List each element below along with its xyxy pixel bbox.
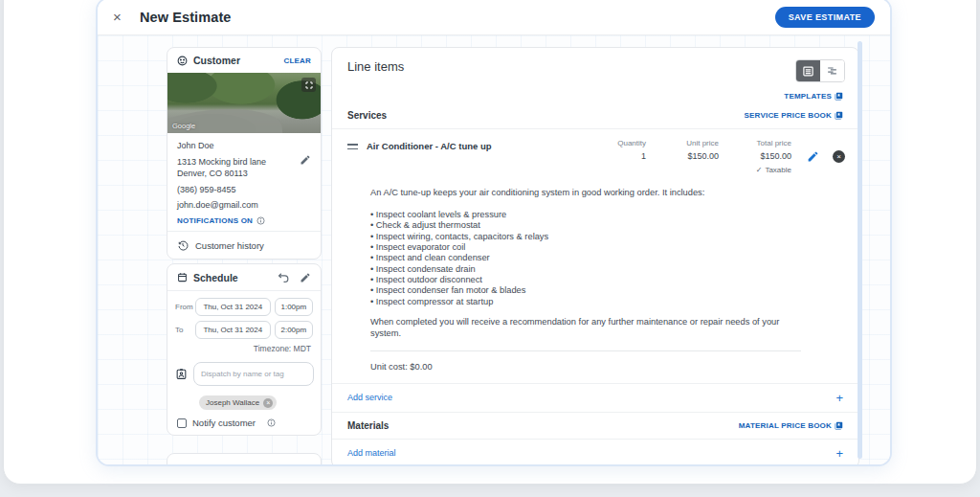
description-bullet: • Inspect wiring, contacts, capacitors &… [370,232,788,242]
detail-view-button[interactable] [820,60,844,81]
drag-handle-icon[interactable] [347,144,358,149]
dispatch-input[interactable] [193,362,314,386]
modal-header: × New Estimate SAVE ESTIMATE [98,0,890,35]
description-bullet: • Inspect condensate drain [370,264,788,275]
add-service-plus-icon[interactable]: + [835,392,843,404]
schedule-body: From Thu, Oct 31 2024 1:00pm To Thu, Oct… [167,291,321,428]
customer-email: john.doe@gmail.com [177,200,311,210]
line-items-title: Line items [347,59,404,74]
remove-assignee-icon[interactable]: × [263,398,273,408]
street-view-image[interactable]: Google [167,73,321,133]
save-estimate-button[interactable]: SAVE ESTIMATE [775,7,875,28]
total-price-label: Total price [757,139,791,147]
description-intro: An A/C tune-up keeps your air conditioni… [370,188,788,199]
undo-icon[interactable] [278,271,290,283]
check-icon: ✓ [756,166,763,174]
modal-content: Customer CLEAR Google John Doe [98,35,890,464]
schedule-card: Schedule [167,263,322,436]
customer-phone: (386) 959-8455 [177,185,311,194]
line-items-card: Line items [331,47,859,466]
unit-cost: Unit cost: $0.00 [370,362,788,373]
customer-face-icon [177,56,188,66]
book-icon [835,92,843,101]
notify-customer-label: Notify customer [192,418,256,428]
templates-link-label: TEMPLATES [784,92,832,101]
taxable-badge: ✓ Taxable [756,166,791,174]
customer-details: John Doe 1313 Mocking bird lane Denver, … [167,133,321,231]
unit-price-value[interactable]: $150.00 [687,151,719,161]
schedule-card-header: Schedule [167,264,321,291]
customer-name: John Doe [177,141,300,150]
templates-link[interactable]: TEMPLATES [784,92,843,101]
schedule-card-title: Schedule [193,272,238,283]
notify-info-icon[interactable] [267,418,276,427]
description-bullet: • Inspect evaporator coil [370,242,788,253]
delete-line-item-icon[interactable]: × [833,150,845,163]
book-icon [835,421,843,430]
timezone-label: Timezone: MDT [175,344,313,353]
new-estimate-modal: × New Estimate SAVE ESTIMATE Customer CL… [96,0,892,466]
content-scrollbar[interactable] [858,41,862,459]
description-bullet: • Check & adjust thermostat [370,220,788,231]
edit-customer-icon[interactable] [300,154,311,166]
customer-history-label: Customer history [195,240,264,251]
add-material-plus-icon[interactable]: + [835,447,843,460]
service-price-book-link[interactable]: SERVICE PRICE BOOK [745,111,843,120]
notifications-toggle-link[interactable]: NOTIFICATIONS ON [177,216,253,225]
service-line-item: Air Conditioner - A/C tune up Quantity 1… [332,128,858,176]
total-price-value: $150.00 [760,151,791,161]
quantity-label: Quantity [617,139,646,147]
taxable-label: Taxable [765,166,791,174]
customer-card: Customer CLEAR Google John Doe [167,47,322,260]
google-watermark: Google [172,122,195,130]
line-item-description: An A/C tune-up keeps your air conditioni… [370,188,788,373]
close-icon[interactable]: × [113,10,128,24]
materials-title: Materials [347,420,389,431]
quantity-value[interactable]: 1 [641,151,646,161]
customer-history-button[interactable]: Customer history [167,232,321,259]
materials-section-header: Materials MATERIAL PRICE BOOK [332,412,858,439]
customer-address-line1: 1313 Mocking bird lane [177,156,300,168]
assignee-chip[interactable]: Joseph Wallace × [199,395,277,410]
to-label: To [175,326,195,334]
from-time-field[interactable]: 1:00pm [275,298,313,316]
description-outro: When completed you will receive a recomm… [370,317,788,340]
description-bullet: • Inspect coolant levels & pressure [370,210,788,220]
page-title: New Estimate [140,10,232,25]
from-date-field[interactable]: Thu, Oct 31 2024 [195,298,271,316]
edit-schedule-icon[interactable] [300,272,311,283]
description-bullet: • Inspect compressor at startup [370,297,788,307]
description-bullet: • Inspect condenser fan motor & blades [370,285,788,296]
history-icon [177,239,189,251]
list-view-button[interactable] [796,60,820,81]
material-price-book-label: MATERIAL PRICE BOOK [739,421,832,430]
view-toggle [795,59,845,82]
service-price-book-label: SERVICE PRICE BOOK [745,111,832,120]
info-icon[interactable] [256,216,265,225]
material-price-book-link[interactable]: MATERIAL PRICE BOOK [739,421,843,430]
edit-line-item-icon[interactable] [807,150,819,163]
clear-customer-link[interactable]: CLEAR [283,56,311,65]
notify-customer-checkbox[interactable] [177,418,187,428]
unit-price-label: Unit price [686,139,719,147]
add-material-link[interactable]: Add material [347,448,396,458]
add-service-link[interactable]: Add service [347,393,392,402]
app-window: × New Estimate SAVE ESTIMATE Customer CL… [3,0,977,485]
description-bullet: • Inspect outdoor disconnect [370,275,788,285]
description-bullet: • Inspect and clean condenser [370,253,788,263]
line-item-name: Air Conditioner - A/C tune up [367,141,573,151]
dispatch-badge-icon [175,368,188,380]
to-time-field[interactable]: 2:00pm [275,321,313,339]
customer-card-title: Customer [193,55,240,66]
assignee-chip-label: Joseph Wallace [206,398,259,407]
customer-card-header: Customer CLEAR [167,48,321,73]
next-card-partial [167,453,322,466]
to-date-field[interactable]: Thu, Oct 31 2024 [195,321,271,339]
customer-address-line2: Denver, CO 80113 [177,168,300,179]
calendar-icon [177,272,188,282]
services-section-header: Services SERVICE PRICE BOOK [332,102,858,128]
services-title: Services [347,110,387,121]
description-divider [370,350,801,351]
fullscreen-icon[interactable] [301,78,316,92]
book-icon [835,111,843,120]
